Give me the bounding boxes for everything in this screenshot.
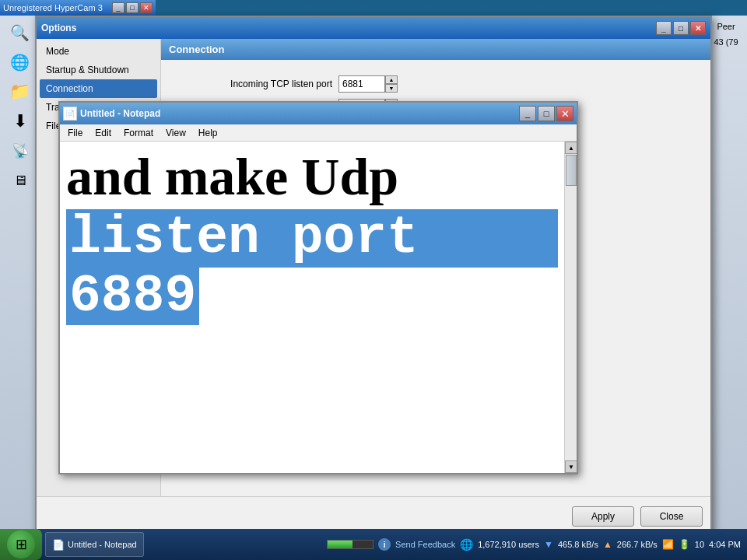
hypercam-title-text: Unregistered HyperCam 3: [3, 3, 112, 12]
download-speed: 465.8 kB/s: [558, 540, 598, 549]
notepad-line2-container: listen port: [66, 209, 558, 268]
tcp-port-spinner: ▲ ▼: [385, 75, 398, 93]
battery-level: 10: [695, 540, 704, 549]
taskbar-notepad-icon: 📄: [52, 539, 65, 551]
progress-bar: [327, 540, 374, 549]
progress-fill: [328, 541, 352, 548]
notepad-window-icon: 📄: [63, 107, 77, 121]
desktop: Unregistered HyperCam 3 _ □ ✕ File Vi 🔍 …: [0, 0, 747, 560]
hypercam-close-button[interactable]: ✕: [140, 2, 153, 13]
notepad-title: Untitled - Notepad: [80, 108, 516, 119]
tcp-port-up-button[interactable]: ▲: [385, 75, 398, 84]
taskbar-notepad-label: Untitled - Notepad: [68, 540, 137, 549]
notepad-window: 📄 Untitled - Notepad _ □ ✕ File Edit For…: [58, 101, 578, 474]
options-minimize-button[interactable]: _: [656, 21, 672, 35]
notepad-content: and make Udp listen port 6889 ▲ ▼: [60, 142, 577, 473]
notepad-titlebar: 📄 Untitled - Notepad _ □ ✕: [60, 103, 577, 124]
scrollbar-thumb[interactable]: [566, 155, 577, 186]
upload-speed: 266.7 kB/s: [617, 540, 658, 549]
notepad-menubar: File Edit Format View Help: [60, 124, 577, 142]
options-title: Options: [41, 23, 656, 33]
arrow-down-icon[interactable]: ⬇: [5, 107, 36, 135]
notepad-line2: listen port: [66, 209, 558, 268]
start-orb[interactable]: ⊞: [7, 530, 35, 558]
tcp-port-label: Incoming TCP listen port: [177, 79, 332, 89]
feedback-label[interactable]: Send Feedback: [395, 540, 455, 549]
taskbar-item-notepad[interactable]: 📄 Untitled - Notepad: [45, 532, 144, 557]
hypercam-win-controls: _ □ ✕: [112, 2, 153, 13]
signal-icon: 📶: [662, 539, 674, 550]
options-maximize-button[interactable]: □: [673, 21, 689, 35]
info-icon: i: [378, 538, 391, 551]
connect-icon[interactable]: 🌐: [5, 48, 36, 76]
notepad-menu-edit[interactable]: Edit: [89, 126, 117, 140]
folder-icon[interactable]: 📁: [5, 78, 36, 106]
users-count: 1,672,910 users: [478, 540, 539, 549]
nav-item-mode[interactable]: Mode: [40, 42, 157, 61]
search-icon[interactable]: 🔍: [5, 19, 36, 47]
clock-time: 4:04 PM: [709, 539, 741, 550]
notepad-controls: _ □ ✕: [519, 106, 573, 121]
download-icon: ▼: [544, 539, 553, 550]
taskbar-items: 📄 Untitled - Notepad: [42, 532, 321, 557]
options-close-button[interactable]: ✕: [690, 21, 706, 35]
nav-item-startup[interactable]: Startup & Shutdown: [40, 61, 157, 79]
apply-button[interactable]: Apply: [572, 506, 634, 527]
notepad-scrollbar: ▲ ▼: [564, 142, 577, 473]
notepad-maximize-button[interactable]: □: [538, 106, 555, 121]
peers-label: Peer: [714, 19, 738, 34]
notepad-line1: and make Udp: [66, 148, 558, 206]
taskbar-tray: i Send Feedback 🌐 1,672,910 users ▼ 465.…: [321, 538, 747, 551]
hypercam-titlebar: Unregistered HyperCam 3 _ □ ✕: [0, 0, 156, 16]
notepad-line3-container: 6889: [66, 268, 558, 326]
notepad-menu-help[interactable]: Help: [192, 126, 224, 140]
notepad-line3-selected: 6889: [66, 268, 199, 326]
tcp-port-down-button[interactable]: ▼: [385, 84, 398, 93]
connection-header: Connection: [161, 39, 710, 60]
notepad-menu-file[interactable]: File: [61, 126, 89, 140]
taskbar-clock: 4:04 PM: [709, 539, 741, 550]
taskbar: ⊞ 📄 Untitled - Notepad i Send Feedback 🌐…: [0, 529, 747, 560]
scrollbar-track[interactable]: [565, 154, 577, 460]
peers-value: 43 (79: [710, 34, 741, 50]
scrollbar-up-button[interactable]: ▲: [565, 142, 577, 154]
rss-icon[interactable]: 📡: [5, 137, 36, 165]
notepad-menu-view[interactable]: View: [160, 126, 192, 140]
notepad-close-button[interactable]: ✕: [556, 106, 573, 121]
hypercam-maximize-button[interactable]: □: [126, 2, 139, 13]
options-titlebar: Options _ □ ✕: [37, 17, 710, 39]
monitor-icon[interactable]: 🖥: [5, 166, 36, 194]
battery-icon: 🔋: [679, 539, 690, 550]
notepad-minimize-button[interactable]: _: [519, 106, 536, 121]
tcp-port-input[interactable]: 6881: [338, 75, 385, 93]
scrollbar-down-button[interactable]: ▼: [565, 460, 577, 473]
notepad-menu-format[interactable]: Format: [117, 126, 160, 140]
hypercam-minimize-button[interactable]: _: [112, 2, 124, 13]
start-button[interactable]: ⊞: [0, 529, 42, 560]
close-button[interactable]: Close: [640, 506, 703, 527]
tcp-port-row: Incoming TCP listen port 6881 ▲ ▼: [177, 75, 695, 93]
globe-icon: 🌐: [460, 538, 473, 551]
upload-icon: ▲: [603, 539, 612, 550]
nav-item-connection[interactable]: Connection: [40, 79, 157, 98]
options-win-controls: _ □ ✕: [656, 21, 706, 35]
notepad-text-area[interactable]: and make Udp listen port 6889: [60, 142, 564, 473]
